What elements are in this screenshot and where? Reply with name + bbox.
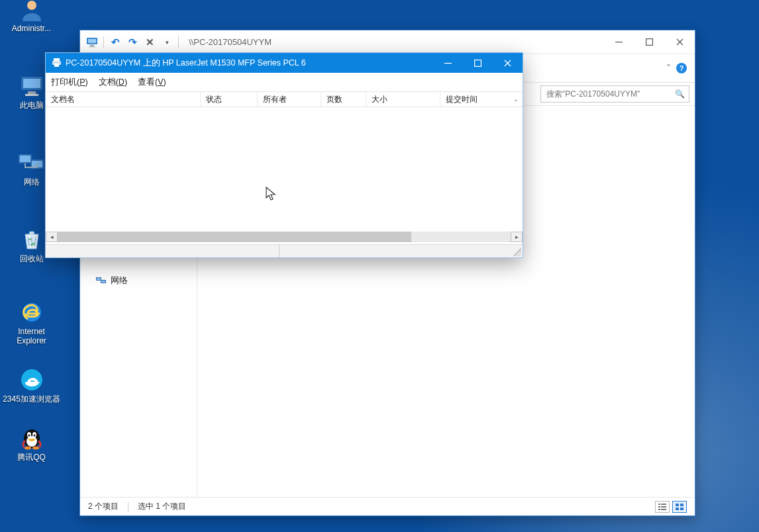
svg-rect-24 bbox=[646, 39, 652, 46]
cursor-icon bbox=[266, 187, 276, 201]
svg-point-0 bbox=[27, 1, 36, 10]
column-headers: 文档名 状态 所有者 页数 大小 提交时间 ⌄ bbox=[46, 91, 523, 107]
close-button[interactable] bbox=[493, 53, 523, 73]
printer-icon bbox=[51, 58, 62, 68]
scroll-left-button[interactable]: ◂ bbox=[46, 232, 58, 242]
svg-rect-6 bbox=[20, 155, 30, 162]
svg-rect-20 bbox=[88, 39, 96, 43]
explorer-window-controls bbox=[603, 32, 695, 52]
print-job-list[interactable] bbox=[46, 107, 523, 230]
view-details-button[interactable] bbox=[655, 501, 670, 513]
svg-rect-26 bbox=[97, 278, 101, 280]
menu-document[interactable]: 文档(D) bbox=[99, 77, 127, 88]
scroll-right-button[interactable]: ▸ bbox=[511, 232, 523, 242]
resize-grip-icon[interactable] bbox=[513, 248, 521, 256]
redo-icon[interactable]: ↷ bbox=[125, 34, 140, 50]
menu-view[interactable]: 查看(V) bbox=[138, 77, 166, 88]
svg-rect-3 bbox=[28, 91, 36, 94]
recycle-bin-icon bbox=[16, 226, 48, 253]
svg-rect-21 bbox=[90, 45, 94, 46]
network-icon bbox=[16, 150, 48, 176]
desktop-icon-2345[interactable]: 2345加速浏览器 bbox=[0, 364, 63, 404]
close-button[interactable] bbox=[664, 32, 695, 52]
quick-access-toolbar: ↶ ↷ ✕ ▾ bbox=[80, 34, 185, 50]
svg-point-18 bbox=[32, 447, 39, 450]
scroll-track[interactable] bbox=[58, 232, 511, 242]
scroll-thumb[interactable] bbox=[58, 232, 411, 242]
desktop-icon-ie[interactable]: Internet Explorer bbox=[0, 296, 63, 345]
col-pages[interactable]: 页数 bbox=[321, 92, 366, 107]
col-owner[interactable]: 所有者 bbox=[258, 92, 321, 107]
svg-rect-37 bbox=[676, 508, 679, 510]
svg-rect-34 bbox=[661, 509, 666, 510]
chevron-down-icon[interactable]: ˅ bbox=[666, 63, 671, 73]
svg-point-17 bbox=[25, 447, 31, 450]
svg-rect-31 bbox=[658, 506, 660, 508]
desktop-icon-qq[interactable]: 腾讯QQ bbox=[0, 422, 63, 462]
search-input[interactable] bbox=[545, 89, 675, 99]
desktop-icon-label: 2345加速浏览器 bbox=[0, 394, 63, 404]
svg-rect-41 bbox=[54, 64, 59, 67]
svg-rect-42 bbox=[444, 63, 452, 64]
svg-rect-35 bbox=[676, 504, 679, 506]
ie-icon bbox=[16, 299, 48, 326]
separator bbox=[128, 502, 128, 511]
search-icon[interactable]: 🔍 bbox=[675, 89, 685, 99]
desktop-icon-label: Administr... bbox=[0, 24, 63, 33]
svg-point-16 bbox=[33, 435, 35, 437]
desktop-icon-label: 腾讯QQ bbox=[0, 453, 63, 462]
status-selected: 选中 1 个项目 bbox=[138, 501, 186, 512]
svg-rect-29 bbox=[658, 504, 660, 505]
status-item-count: 2 个项目 bbox=[88, 501, 119, 512]
monitor-icon[interactable] bbox=[84, 34, 100, 50]
undo-icon[interactable]: ↶ bbox=[107, 34, 123, 50]
svg-rect-2 bbox=[23, 79, 40, 88]
minimize-button[interactable] bbox=[433, 53, 463, 73]
qq-icon bbox=[16, 425, 48, 451]
qat-dropdown-icon[interactable]: ▾ bbox=[159, 34, 175, 50]
printer-titlebar[interactable]: PC-20170504UYYM 上的 HP LaserJet M1530 MFP… bbox=[46, 53, 523, 73]
separator bbox=[178, 36, 179, 48]
svg-rect-28 bbox=[101, 281, 105, 283]
svg-rect-22 bbox=[89, 46, 95, 48]
desktop-icon-label: Internet Explorer bbox=[0, 327, 63, 345]
printer-window-title: PC-20170504UYYM 上的 HP LaserJet M1530 MFP… bbox=[66, 58, 433, 69]
maximize-button[interactable] bbox=[634, 32, 664, 52]
nav-item-network[interactable]: 网络 bbox=[80, 273, 197, 288]
minimize-button[interactable] bbox=[603, 32, 634, 52]
col-submitted[interactable]: 提交时间 ⌄ bbox=[440, 92, 523, 107]
printer-window-controls bbox=[433, 53, 523, 73]
svg-point-15 bbox=[28, 435, 30, 437]
network-folder-icon bbox=[96, 275, 107, 286]
menu-printer[interactable]: 打印机(P) bbox=[51, 77, 88, 88]
view-icons-button[interactable] bbox=[672, 501, 687, 513]
maximize-button[interactable] bbox=[463, 53, 493, 73]
svg-rect-38 bbox=[680, 508, 683, 510]
help-icon[interactable]: ? bbox=[676, 63, 687, 73]
svg-rect-23 bbox=[615, 42, 623, 42]
delete-icon[interactable]: ✕ bbox=[142, 34, 158, 50]
explorer-status-bar: 2 个项目 选中 1 个项目 bbox=[80, 497, 695, 515]
printer-status-bar bbox=[46, 244, 523, 257]
svg-rect-4 bbox=[25, 94, 38, 96]
col-document-name[interactable]: 文档名 bbox=[46, 92, 201, 107]
svg-rect-30 bbox=[661, 504, 666, 505]
2345-browser-icon bbox=[16, 367, 48, 393]
search-box[interactable]: 🔍 bbox=[540, 85, 689, 103]
svg-rect-43 bbox=[475, 60, 481, 66]
svg-rect-32 bbox=[661, 506, 666, 508]
svg-rect-39 bbox=[54, 58, 60, 61]
printer-queue-window: PC-20170504UYYM 上的 HP LaserJet M1530 MFP… bbox=[45, 52, 523, 258]
sort-caret-icon: ⌄ bbox=[513, 96, 519, 103]
explorer-titlebar[interactable]: ↶ ↷ ✕ ▾ \\PC-20170504UYYM bbox=[80, 30, 695, 54]
status-separator bbox=[279, 245, 279, 257]
col-size[interactable]: 大小 bbox=[366, 92, 440, 107]
view-toggles bbox=[655, 501, 687, 513]
desktop-icon-administrator[interactable]: Administr... bbox=[0, 0, 63, 33]
horizontal-scrollbar[interactable]: ◂ ▸ bbox=[46, 231, 523, 243]
svg-rect-33 bbox=[658, 509, 660, 510]
this-pc-icon bbox=[16, 73, 48, 99]
separator bbox=[103, 36, 104, 48]
nav-item-label: 网络 bbox=[111, 275, 128, 287]
col-status[interactable]: 状态 bbox=[201, 92, 258, 107]
